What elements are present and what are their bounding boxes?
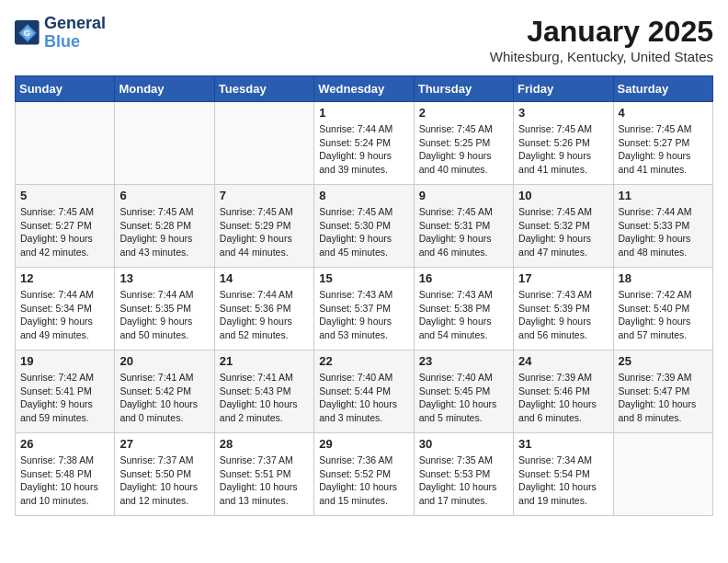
calendar-cell: 29Sunrise: 7:36 AM Sunset: 5:52 PM Dayli… (314, 433, 414, 516)
cell-content: Sunrise: 7:45 AM Sunset: 5:27 PM Dayligh… (20, 205, 109, 259)
weekday-header-tuesday: Tuesday (214, 76, 313, 102)
cell-content: Sunrise: 7:45 AM Sunset: 5:25 PM Dayligh… (419, 122, 508, 177)
weekday-header-thursday: Thursday (414, 76, 513, 102)
calendar-week-row: 19Sunrise: 7:42 AM Sunset: 5:41 PM Dayli… (16, 350, 713, 433)
cell-content: Sunrise: 7:45 AM Sunset: 5:26 PM Dayligh… (518, 122, 608, 177)
calendar-week-row: 1Sunrise: 7:44 AM Sunset: 5:24 PM Daylig… (16, 102, 713, 185)
cell-content: Sunrise: 7:44 AM Sunset: 5:35 PM Dayligh… (119, 288, 209, 342)
day-number: 10 (518, 189, 608, 202)
weekday-header-saturday: Saturday (613, 76, 712, 102)
day-number: 31 (518, 437, 608, 451)
day-number: 29 (319, 437, 408, 451)
day-number: 30 (419, 437, 508, 451)
day-number: 13 (119, 271, 209, 285)
cell-content: Sunrise: 7:44 AM Sunset: 5:33 PM Dayligh… (619, 205, 708, 259)
weekday-header-friday: Friday (514, 76, 613, 102)
day-number: 11 (619, 189, 708, 202)
calendar-cell: 17Sunrise: 7:43 AM Sunset: 5:39 PM Dayli… (514, 268, 613, 350)
calendar-cell: 3Sunrise: 7:45 AM Sunset: 5:26 PM Daylig… (514, 102, 613, 185)
cell-content: Sunrise: 7:45 AM Sunset: 5:29 PM Dayligh… (220, 205, 309, 259)
calendar-cell: 30Sunrise: 7:35 AM Sunset: 5:53 PM Dayli… (414, 433, 513, 516)
calendar-cell: 1Sunrise: 7:44 AM Sunset: 5:24 PM Daylig… (314, 102, 414, 185)
calendar-cell: 27Sunrise: 7:37 AM Sunset: 5:50 PM Dayli… (115, 433, 214, 516)
calendar-cell: 21Sunrise: 7:41 AM Sunset: 5:43 PM Dayli… (214, 350, 313, 433)
cell-content: Sunrise: 7:40 AM Sunset: 5:45 PM Dayligh… (419, 371, 508, 425)
title-block: January 2025 Whitesburg, Kentucky, Unite… (490, 15, 713, 64)
day-number: 24 (518, 354, 608, 368)
day-number: 1 (319, 106, 408, 120)
calendar-cell: 19Sunrise: 7:42 AM Sunset: 5:41 PM Dayli… (16, 350, 115, 433)
day-number: 18 (619, 271, 708, 285)
cell-content: Sunrise: 7:37 AM Sunset: 5:50 PM Dayligh… (119, 454, 209, 508)
day-number: 28 (220, 437, 309, 451)
day-number: 21 (220, 354, 309, 368)
weekday-header-sunday: Sunday (16, 76, 115, 102)
calendar-header: SundayMondayTuesdayWednesdayThursdayFrid… (16, 76, 713, 102)
calendar-table: SundayMondayTuesdayWednesdayThursdayFrid… (15, 75, 713, 516)
calendar-cell: 18Sunrise: 7:42 AM Sunset: 5:40 PM Dayli… (613, 268, 712, 350)
day-number: 15 (319, 271, 408, 285)
cell-content: Sunrise: 7:44 AM Sunset: 5:24 PM Dayligh… (319, 122, 408, 177)
cell-content: Sunrise: 7:36 AM Sunset: 5:52 PM Dayligh… (319, 454, 408, 508)
day-number: 5 (20, 189, 109, 202)
day-number: 19 (20, 354, 109, 368)
calendar-cell: 26Sunrise: 7:38 AM Sunset: 5:48 PM Dayli… (16, 433, 115, 516)
calendar-cell: 24Sunrise: 7:39 AM Sunset: 5:46 PM Dayli… (514, 350, 613, 433)
cell-content: Sunrise: 7:45 AM Sunset: 5:27 PM Dayligh… (619, 122, 708, 177)
calendar-cell: 14Sunrise: 7:44 AM Sunset: 5:36 PM Dayli… (214, 268, 313, 350)
calendar-cell: 25Sunrise: 7:39 AM Sunset: 5:47 PM Dayli… (613, 350, 712, 433)
weekday-header-row: SundayMondayTuesdayWednesdayThursdayFrid… (16, 76, 713, 102)
day-number: 14 (220, 271, 309, 285)
cell-content: Sunrise: 7:41 AM Sunset: 5:43 PM Dayligh… (220, 371, 309, 425)
calendar-cell: 22Sunrise: 7:40 AM Sunset: 5:44 PM Dayli… (314, 350, 414, 433)
calendar-cell: 23Sunrise: 7:40 AM Sunset: 5:45 PM Dayli… (414, 350, 513, 433)
cell-content: Sunrise: 7:37 AM Sunset: 5:51 PM Dayligh… (220, 454, 309, 508)
calendar-body: 1Sunrise: 7:44 AM Sunset: 5:24 PM Daylig… (16, 102, 713, 516)
day-number: 27 (119, 437, 209, 451)
day-number: 6 (119, 189, 209, 202)
logo-text: GeneralBlue (44, 15, 106, 52)
cell-content: Sunrise: 7:42 AM Sunset: 5:40 PM Dayligh… (619, 288, 708, 342)
calendar-cell (214, 102, 313, 185)
calendar-cell: 2Sunrise: 7:45 AM Sunset: 5:25 PM Daylig… (414, 102, 513, 185)
logo: G GeneralBlue (15, 15, 106, 52)
day-number: 26 (20, 437, 109, 451)
day-number: 9 (419, 189, 508, 202)
day-number: 22 (319, 354, 408, 368)
calendar-cell: 13Sunrise: 7:44 AM Sunset: 5:35 PM Dayli… (115, 268, 214, 350)
cell-content: Sunrise: 7:44 AM Sunset: 5:36 PM Dayligh… (220, 288, 309, 342)
calendar-cell: 10Sunrise: 7:45 AM Sunset: 5:32 PM Dayli… (514, 185, 613, 268)
cell-content: Sunrise: 7:43 AM Sunset: 5:39 PM Dayligh… (518, 288, 608, 342)
calendar-cell: 20Sunrise: 7:41 AM Sunset: 5:42 PM Dayli… (115, 350, 214, 433)
calendar-cell: 28Sunrise: 7:37 AM Sunset: 5:51 PM Dayli… (214, 433, 313, 516)
cell-content: Sunrise: 7:43 AM Sunset: 5:37 PM Dayligh… (319, 288, 408, 342)
weekday-header-monday: Monday (115, 76, 214, 102)
day-number: 4 (619, 106, 708, 120)
calendar-cell: 31Sunrise: 7:34 AM Sunset: 5:54 PM Dayli… (514, 433, 613, 516)
cell-content: Sunrise: 7:44 AM Sunset: 5:34 PM Dayligh… (20, 288, 109, 342)
day-number: 12 (20, 271, 109, 285)
calendar-cell (16, 102, 115, 185)
calendar-cell (613, 433, 712, 516)
calendar-cell: 8Sunrise: 7:45 AM Sunset: 5:30 PM Daylig… (314, 185, 414, 268)
calendar-subtitle: Whitesburg, Kentucky, United States (490, 49, 713, 64)
day-number: 25 (619, 354, 708, 368)
calendar-cell: 9Sunrise: 7:45 AM Sunset: 5:31 PM Daylig… (414, 185, 513, 268)
calendar-cell: 7Sunrise: 7:45 AM Sunset: 5:29 PM Daylig… (214, 185, 313, 268)
day-number: 8 (319, 189, 408, 202)
day-number: 16 (419, 271, 508, 285)
cell-content: Sunrise: 7:45 AM Sunset: 5:30 PM Dayligh… (319, 205, 408, 259)
calendar-week-row: 26Sunrise: 7:38 AM Sunset: 5:48 PM Dayli… (16, 433, 713, 516)
calendar-cell: 5Sunrise: 7:45 AM Sunset: 5:27 PM Daylig… (16, 185, 115, 268)
cell-content: Sunrise: 7:39 AM Sunset: 5:47 PM Dayligh… (619, 371, 708, 425)
calendar-cell: 15Sunrise: 7:43 AM Sunset: 5:37 PM Dayli… (314, 268, 414, 350)
cell-content: Sunrise: 7:45 AM Sunset: 5:28 PM Dayligh… (119, 205, 209, 259)
calendar-cell (115, 102, 214, 185)
cell-content: Sunrise: 7:43 AM Sunset: 5:38 PM Dayligh… (419, 288, 508, 342)
day-number: 20 (119, 354, 209, 368)
weekday-header-wednesday: Wednesday (314, 76, 414, 102)
logo-icon: G (15, 20, 40, 46)
calendar-cell: 11Sunrise: 7:44 AM Sunset: 5:33 PM Dayli… (613, 185, 712, 268)
calendar-cell: 6Sunrise: 7:45 AM Sunset: 5:28 PM Daylig… (115, 185, 214, 268)
calendar-week-row: 5Sunrise: 7:45 AM Sunset: 5:27 PM Daylig… (16, 185, 713, 268)
